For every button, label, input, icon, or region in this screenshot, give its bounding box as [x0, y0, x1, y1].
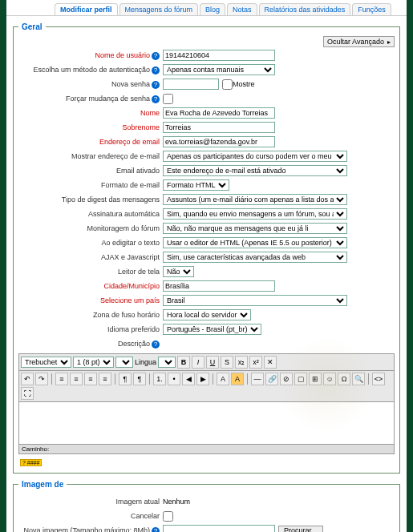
- ol-icon[interactable]: 1.: [153, 373, 166, 385]
- tab-relatorios[interactable]: Relatórios das atividades: [259, 3, 351, 15]
- country-label: Selecione um país: [100, 296, 160, 304]
- country-select[interactable]: Brasil: [163, 295, 347, 306]
- city-label: Cidade/Município: [103, 282, 160, 290]
- editor-label: Ao edigitar o texto: [101, 239, 160, 247]
- heading-select[interactable]: [115, 357, 133, 368]
- cancel-label: Cancelar: [131, 512, 160, 520]
- newpass-label: Nova senha: [111, 80, 150, 88]
- tab-notas[interactable]: Notas: [227, 3, 257, 15]
- unlink-icon[interactable]: ⊘: [280, 373, 293, 385]
- align-left-icon[interactable]: ≡: [55, 373, 68, 385]
- lang-select[interactable]: Português - Brasil (pt_br): [163, 324, 261, 335]
- table-icon[interactable]: ⊞: [309, 373, 322, 385]
- tab-bar: Modificar perfil Mensagens do fórum Blog…: [6, 0, 407, 16]
- sup-icon[interactable]: x²: [249, 356, 262, 369]
- ltr-icon[interactable]: ¶: [119, 373, 132, 385]
- authmethod-select[interactable]: Apenas contas manuais: [163, 64, 275, 75]
- emailformat-select[interactable]: Formato HTML: [163, 179, 229, 191]
- section-imagem: Imagem de Imagem atualNenhum Cancelar No…: [13, 480, 400, 532]
- align-center-icon[interactable]: ≡: [70, 373, 83, 385]
- help-icon[interactable]: ?: [152, 81, 160, 89]
- screenreader-select[interactable]: Não: [163, 266, 194, 277]
- email-label: Endereço de email: [99, 138, 160, 146]
- editor-toolbar: Trebuchet 1 (8 pt) Lingua B I U S x₂ x² …: [19, 354, 394, 371]
- undo-icon[interactable]: ↶: [21, 373, 34, 385]
- emailactive-label: Email ativado: [116, 167, 160, 175]
- source-icon[interactable]: <>: [372, 373, 385, 385]
- curimg-value: Nenhum: [163, 498, 190, 506]
- help-icon[interactable]: ?: [152, 341, 160, 349]
- clean-icon[interactable]: ✕: [264, 356, 277, 369]
- fontsize-select[interactable]: 1 (8 pt): [73, 357, 114, 368]
- screenreader-label: Leitor de tela: [118, 268, 160, 276]
- showemail-select[interactable]: Apenas os participantes do curso podem v…: [163, 151, 347, 162]
- city-input[interactable]: [163, 280, 275, 292]
- timezone-label: Zona de fuso horário: [93, 311, 160, 319]
- browse-button[interactable]: Procurar...: [278, 526, 323, 532]
- newimg-input[interactable]: [163, 525, 275, 532]
- newimg-label: Nova imagem (Tamanho máximo: 8Mb): [23, 526, 150, 533]
- sub-icon[interactable]: x₂: [235, 356, 248, 369]
- ajax-label: AJAX e Javascript: [101, 253, 160, 261]
- char-icon[interactable]: Ω: [338, 373, 350, 385]
- editor-path: Caminho:: [19, 444, 394, 453]
- forumtrack-select[interactable]: Não, não marque as mensagens que eu já l…: [163, 223, 347, 234]
- bgcolor-icon[interactable]: A: [231, 373, 244, 385]
- ul-icon[interactable]: •: [168, 373, 180, 385]
- autosub-select[interactable]: Sim, quando eu envio mensagens a um fóru…: [163, 208, 347, 220]
- section-geral: Geral Ocultar Avançado Nome de usuário? …: [13, 22, 400, 474]
- help-icon[interactable]: ?: [152, 52, 160, 60]
- tab-mensagens-forum[interactable]: Mensagens do fórum: [119, 3, 199, 15]
- hr-icon[interactable]: —: [251, 373, 264, 385]
- link-icon[interactable]: 🔗: [265, 373, 278, 385]
- image-icon[interactable]: ▢: [294, 373, 307, 385]
- align-right-icon[interactable]: ≡: [84, 373, 97, 385]
- search-icon[interactable]: 🔍: [352, 373, 365, 385]
- surname-input[interactable]: [163, 122, 275, 133]
- outdent-icon[interactable]: ◀: [182, 373, 195, 385]
- autosub-label: Assinatura automática: [88, 210, 160, 218]
- redo-icon[interactable]: ↷: [35, 373, 48, 385]
- mostre-label: Mostre: [233, 80, 255, 88]
- font-select[interactable]: Trebuchet: [21, 357, 71, 368]
- tab-blog[interactable]: Blog: [200, 3, 225, 15]
- tab-funcoes[interactable]: Funções: [352, 3, 391, 15]
- rtl-icon[interactable]: ¶: [133, 373, 146, 385]
- indent-icon[interactable]: ▶: [196, 373, 209, 385]
- editor-select[interactable]: Usar o editor de HTML (Apenas IE 5.5 ou …: [163, 237, 347, 248]
- timezone-select[interactable]: Hora local do servidor: [163, 309, 251, 320]
- newpass-input[interactable]: [163, 79, 219, 90]
- align-justify-icon[interactable]: ≡: [99, 373, 111, 385]
- forcepass-label: Forçar mudança de senha: [66, 95, 150, 103]
- bold-icon[interactable]: B: [177, 356, 190, 369]
- name-input[interactable]: [163, 107, 275, 119]
- strike-icon[interactable]: S: [221, 356, 233, 369]
- italic-icon[interactable]: I: [192, 356, 204, 369]
- digest-select[interactable]: Assuntos (um e-mail diário com apenas a …: [163, 194, 347, 205]
- username-input[interactable]: [163, 50, 275, 61]
- show-pass-checkbox[interactable]: [222, 79, 233, 90]
- help-icon[interactable]: ?: [152, 66, 160, 75]
- forumtrack-label: Monitoragem do fórum: [87, 224, 160, 232]
- legend-imagem: Imagem de: [18, 480, 67, 489]
- email-input[interactable]: [163, 136, 275, 147]
- help-icon[interactable]: ?: [152, 95, 160, 103]
- description-textarea[interactable]: [19, 402, 394, 442]
- forcepass-checkbox[interactable]: [163, 94, 173, 104]
- help-icon[interactable]: ?: [152, 527, 160, 533]
- toggle-advanced-button[interactable]: Ocultar Avançado: [323, 36, 395, 47]
- fullscreen-icon[interactable]: ⛶: [21, 387, 34, 400]
- lang-label: Idioma preferido: [107, 325, 160, 333]
- tab-modificar-perfil[interactable]: Modificar perfil: [55, 3, 118, 15]
- textcolor-icon[interactable]: A: [217, 373, 229, 385]
- desc-label: Descrição: [118, 340, 150, 348]
- cancel-checkbox[interactable]: [163, 511, 173, 522]
- emailformat-label: Formato de e-mail: [101, 181, 160, 189]
- underline-icon[interactable]: U: [206, 356, 219, 369]
- ajax-select[interactable]: Sim, use características avançadas da we…: [163, 252, 347, 263]
- rich-text-editor: Trebuchet 1 (8 pt) Lingua B I U S x₂ x² …: [18, 353, 395, 454]
- lang-editor-select[interactable]: [158, 357, 176, 368]
- editor-toolbar-2: ↶ ↷ ≡ ≡ ≡ ≡ ¶ ¶ 1. • ◀ ▶ A A — 🔗 ⊘ ▢ ⊞ ☺…: [19, 371, 394, 402]
- emoji-icon[interactable]: ☺: [323, 373, 336, 385]
- emailactive-select[interactable]: Este endereço de e-mail está ativado: [163, 165, 347, 176]
